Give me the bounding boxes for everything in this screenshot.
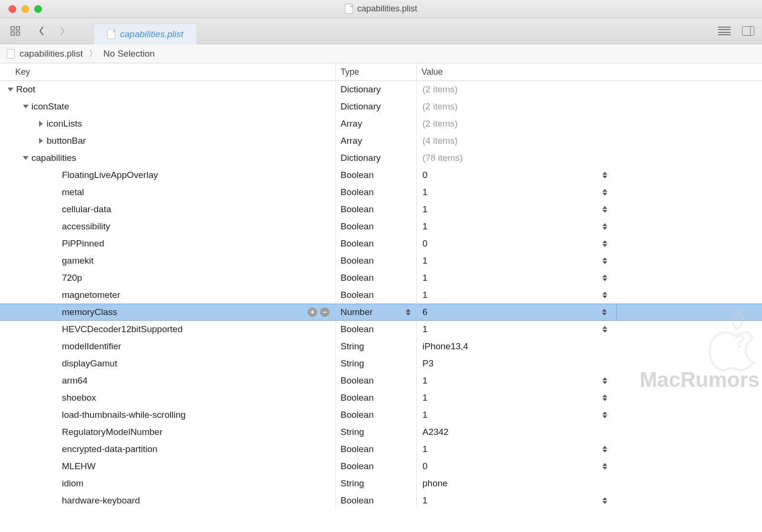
type-cell[interactable]: String	[336, 475, 417, 492]
editor-tab[interactable]: capabilities.plist	[93, 23, 197, 44]
disclosure-triangle-icon[interactable]	[38, 138, 44, 144]
type-cell[interactable]: Boolean	[336, 458, 417, 475]
key-cell[interactable]: RegulatoryModelNumber	[0, 424, 336, 441]
panel-toggle-icon[interactable]	[742, 26, 754, 36]
type-cell[interactable]: Array	[336, 132, 417, 149]
key-cell[interactable]: arm64	[0, 372, 336, 389]
disclosure-triangle-icon[interactable]	[23, 104, 29, 109]
type-cell[interactable]: Boolean	[336, 218, 417, 235]
table-row[interactable]: HEVCDecoder12bitSupportedBoolean1	[0, 321, 762, 338]
value-stepper[interactable]	[602, 187, 608, 197]
key-cell[interactable]: HEVCDecoder12bitSupported	[0, 321, 336, 338]
type-cell[interactable]: Dictionary	[336, 81, 417, 98]
close-button[interactable]	[9, 5, 16, 13]
value-cell[interactable]: 0	[417, 167, 617, 184]
zoom-button[interactable]	[34, 5, 42, 13]
disclosure-triangle-icon[interactable]	[38, 121, 44, 127]
key-cell[interactable]: iconLists	[0, 115, 336, 132]
table-row[interactable]: capabilitiesDictionary(78 items)	[0, 149, 762, 167]
type-stepper[interactable]	[405, 307, 411, 317]
related-items-button[interactable]	[8, 23, 23, 39]
type-cell[interactable]: Boolean	[336, 184, 417, 201]
key-cell[interactable]: encrypted-data-partition	[0, 441, 336, 458]
table-row[interactable]: metalBoolean1	[0, 184, 762, 201]
table-row[interactable]: gamekitBoolean1	[0, 252, 762, 269]
table-row[interactable]: iconStateDictionary(2 items)	[0, 98, 762, 115]
key-cell[interactable]: accessibility	[0, 218, 336, 235]
table-row[interactable]: hardware-keyboardBoolean1	[0, 492, 762, 509]
minimize-button[interactable]	[21, 5, 29, 13]
key-cell[interactable]: magnetometer	[0, 286, 336, 304]
table-row[interactable]: shoeboxBoolean1	[0, 389, 762, 406]
key-cell[interactable]: PiPPinned	[0, 235, 336, 252]
key-cell[interactable]: 720p	[0, 269, 336, 286]
key-cell[interactable]: load-thumbnails-while-scrolling	[0, 406, 336, 424]
disclosure-triangle-icon[interactable]	[8, 87, 13, 92]
value-cell[interactable]: (4 items)	[417, 132, 617, 149]
value-stepper[interactable]	[602, 496, 608, 505]
value-cell[interactable]: 1	[417, 252, 617, 269]
table-row[interactable]: load-thumbnails-while-scrollingBoolean1	[0, 406, 762, 424]
type-cell[interactable]: Boolean	[336, 406, 417, 424]
key-cell[interactable]: gamekit	[0, 252, 336, 269]
value-cell[interactable]: 1	[417, 321, 617, 338]
key-cell[interactable]: modelIdentifier	[0, 338, 336, 355]
key-cell[interactable]: capabilities	[0, 149, 336, 167]
value-cell[interactable]: 1	[417, 406, 617, 424]
table-row[interactable]: idiomStringphone	[0, 475, 762, 492]
table-row[interactable]: encrypted-data-partitionBoolean1	[0, 441, 762, 458]
table-row[interactable]: 720pBoolean1	[0, 269, 762, 286]
value-stepper[interactable]	[602, 273, 608, 283]
key-cell[interactable]: memoryClass+–	[0, 304, 336, 321]
type-cell[interactable]: Boolean	[336, 269, 417, 286]
type-cell[interactable]: Boolean	[336, 235, 417, 252]
type-cell[interactable]: Dictionary	[336, 149, 417, 167]
value-stepper[interactable]	[602, 205, 608, 214]
type-cell[interactable]: Boolean	[336, 389, 417, 406]
value-cell[interactable]: 1	[417, 492, 617, 509]
remove-row-button[interactable]: –	[320, 307, 330, 317]
table-row[interactable]: iconListsArray(2 items)	[0, 115, 762, 132]
value-cell[interactable]: (2 items)	[417, 98, 617, 115]
value-cell[interactable]: 1	[417, 184, 617, 201]
type-cell[interactable]: String	[336, 355, 417, 372]
disclosure-triangle-icon[interactable]	[23, 155, 29, 161]
key-cell[interactable]: idiom	[0, 475, 336, 492]
table-row[interactable]: RootDictionary(2 items)	[0, 81, 762, 98]
value-cell[interactable]: 1	[417, 201, 617, 218]
key-cell[interactable]: MLEHW	[0, 458, 336, 475]
type-cell[interactable]: Boolean	[336, 372, 417, 389]
type-cell[interactable]: Number	[336, 304, 417, 321]
value-stepper[interactable]	[602, 410, 608, 420]
value-stepper[interactable]	[602, 290, 608, 300]
value-stepper[interactable]	[602, 325, 608, 334]
type-cell[interactable]: Boolean	[336, 201, 417, 218]
type-cell[interactable]: Dictionary	[336, 98, 417, 115]
value-stepper[interactable]	[602, 444, 608, 454]
key-cell[interactable]: buttonBar	[0, 132, 336, 149]
breadcrumb-file[interactable]: capabilities.plist	[20, 49, 83, 59]
value-stepper[interactable]	[602, 376, 608, 385]
value-cell[interactable]: phone	[417, 475, 617, 492]
value-cell[interactable]: 1	[417, 286, 617, 304]
value-cell[interactable]: 6	[417, 304, 617, 321]
type-cell[interactable]: Boolean	[336, 167, 417, 184]
column-type[interactable]: Type	[336, 63, 417, 80]
value-cell[interactable]: P3	[417, 355, 617, 372]
key-cell[interactable]: cellular-data	[0, 201, 336, 218]
table-row[interactable]: displayGamutStringP3	[0, 355, 762, 372]
table-row[interactable]: FloatingLiveAppOverlayBoolean0	[0, 167, 762, 184]
table-row[interactable]: modelIdentifierStringiPhone13,4	[0, 338, 762, 355]
table-row[interactable]: PiPPinnedBoolean0	[0, 235, 762, 252]
type-cell[interactable]: Boolean	[336, 286, 417, 304]
table-row[interactable]: MLEHWBoolean0	[0, 458, 762, 475]
key-cell[interactable]: iconState	[0, 98, 336, 115]
value-stepper[interactable]	[602, 462, 608, 471]
key-cell[interactable]: hardware-keyboard	[0, 492, 336, 509]
value-stepper[interactable]	[602, 170, 608, 180]
add-row-button[interactable]: +	[308, 307, 317, 317]
value-cell[interactable]: 0	[417, 458, 617, 475]
value-stepper[interactable]	[602, 393, 608, 403]
value-cell[interactable]: A2342	[417, 424, 617, 441]
type-cell[interactable]: Boolean	[336, 441, 417, 458]
